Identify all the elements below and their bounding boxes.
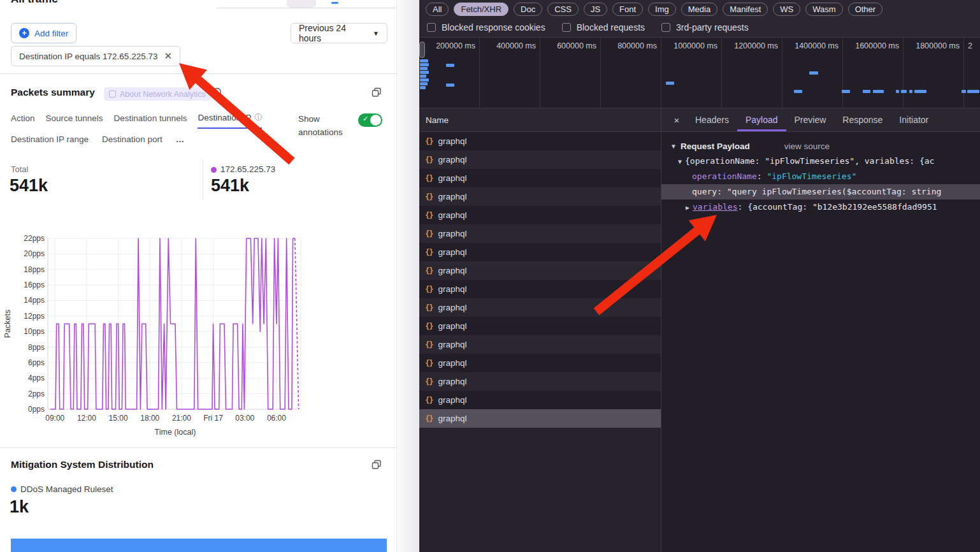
tab-destination-port[interactable]: Destination port [102,134,162,149]
request-timing-bar [420,71,429,74]
json-file-icon: {} [425,156,433,164]
request-row[interactable]: {}graphql [419,169,661,187]
request-timing-bar [863,90,870,93]
clipped-tab-indicator [331,2,338,4]
filter-pill-fetch-xhr[interactable]: Fetch/XHR [454,3,508,16]
devtools-panel: AllFetch/XHRDocCSSJSFontImgMediaManifest… [419,0,980,552]
request-filter-checkboxes: Blocked response cookiesBlocked requests… [419,18,980,37]
filter-pill-wasm[interactable]: Wasm [805,3,842,16]
svg-text:6pps: 6pps [28,358,45,367]
svg-text:Time (local): Time (local) [155,428,196,437]
checkbox-blocked-response-cookies[interactable]: Blocked response cookies [427,22,545,33]
detail-tab-initiator[interactable]: Initiator [891,108,937,131]
request-row[interactable]: {}graphql [419,150,661,169]
request-row[interactable]: {}graphql [419,317,661,335]
tab-label: Source tunnels [46,113,103,123]
payload-value: {accountTag: "b12e3b2192ee5588fdad9951 [747,202,937,212]
chevron-down-icon: ▼ [373,30,379,37]
about-network-analytics-badge[interactable]: About Network Analytics [104,87,211,101]
tab-destination-ip-range[interactable]: Destination IP range [11,134,89,149]
timeline-tick: 400000 ms [480,38,540,108]
collapse-icon[interactable]: ▼ [670,143,677,150]
checkbox-box[interactable] [427,23,436,32]
time-range-dropdown[interactable]: Previous 24 hours ▼ [291,23,387,43]
checkbox-box[interactable] [661,23,670,32]
request-row[interactable]: {}graphql [419,261,661,280]
mitigation-legend-dot [11,486,17,492]
payload-key: operationName [692,171,757,181]
svg-text:16pps: 16pps [24,280,45,289]
request-timing-bar [420,75,426,78]
expand-card-icon[interactable] [371,460,382,470]
json-file-icon: {} [425,266,433,275]
expand-card-icon[interactable] [371,87,382,98]
request-row[interactable]: {}graphql [419,298,661,317]
request-row[interactable]: {}graphql [419,409,661,428]
timeline-tick: 800000 ms [601,38,661,108]
divider [0,447,396,448]
payload-line[interactable]: ▶variables: {accountTag: "b12e3b2192ee55… [661,200,980,215]
collapse-icon[interactable]: ▼ [678,154,682,169]
expand-icon[interactable]: ▶ [686,200,689,215]
request-row[interactable]: {}graphql [419,132,661,150]
clock-icon [212,87,222,97]
request-timing-bar [901,90,907,93]
request-name: graphql [438,395,466,405]
close-panel-button[interactable]: × [667,108,687,131]
add-filter-button[interactable]: + Add filter [11,23,76,43]
timeline-tick: 1600000 ms [843,38,904,108]
filter-pill-manifest[interactable]: Manifest [723,3,768,16]
series-legend-dot [211,167,217,173]
timeline-drag-handle[interactable] [419,41,425,58]
request-row[interactable]: {}graphql [419,243,661,261]
request-row[interactable]: {}graphql [419,280,661,298]
request-row[interactable]: {}graphql [419,206,661,224]
view-source-link[interactable]: view source [784,142,830,151]
filter-pill-other[interactable]: Other [848,3,883,16]
svg-text:12:00: 12:00 [77,414,96,423]
tab-action[interactable]: Action [11,112,35,129]
detail-tab-preview[interactable]: Preview [786,108,835,131]
more-tabs-button[interactable]: … [176,134,185,149]
request-row[interactable]: {}graphql [419,372,661,391]
detail-tab-payload[interactable]: Payload [737,108,786,131]
detail-tab-response[interactable]: Response [834,108,891,131]
detail-tab-headers[interactable]: Headers [687,108,737,131]
tab-destination-tunnels[interactable]: Destination tunnels [114,112,187,129]
request-row[interactable]: {}graphql [419,391,661,409]
svg-text:21:00: 21:00 [172,414,191,423]
json-file-icon: {} [425,377,433,386]
show-annotations-toggle[interactable]: ✓ [358,113,382,127]
payload-line[interactable]: ▼{operationName: "ipFlowTimeseries", var… [661,154,980,169]
request-name: graphql [438,247,466,257]
remove-filter-icon[interactable]: ✕ [164,50,172,62]
request-row[interactable]: {}graphql [419,187,661,206]
checkbox-box[interactable] [562,23,571,32]
checkbox-3rd-party-requests[interactable]: 3rd-party requests [661,22,749,33]
request-row[interactable]: {}graphql [419,354,661,372]
payload-line[interactable]: operationName: "ipFlowTimeseries" [661,169,980,184]
payload-line[interactable]: query: "query ipFlowTimeseries($accountT… [661,184,980,200]
json-file-icon: {} [425,303,433,312]
tab-source-tunnels[interactable]: Source tunnels [46,112,103,129]
network-timeline-overview[interactable]: 200000 ms400000 ms600000 ms800000 ms1000… [419,37,980,108]
checkbox-blocked-requests[interactable]: Blocked requests [562,22,645,33]
request-detail-panel: ×HeadersPayloadPreviewResponseInitiator … [661,108,980,552]
filter-chip[interactable]: Destination IP equals 172.65.225.73 ✕ [11,46,180,66]
json-file-icon: {} [425,211,433,220]
request-list-header[interactable]: Name [419,108,661,132]
request-name: graphql [438,377,466,386]
request-row[interactable]: {}graphql [419,335,661,354]
filter-pill-media[interactable]: Media [681,3,717,16]
clipped-tab [287,0,316,8]
filter-pill-doc[interactable]: Doc [514,3,542,16]
request-timing-bar [794,90,802,93]
filter-pill-ws[interactable]: WS [773,3,800,16]
filter-pill-font[interactable]: Font [612,3,643,16]
filter-pill-img[interactable]: Img [648,3,676,16]
filter-pill-css[interactable]: CSS [547,3,579,16]
filter-pill-all[interactable]: All [426,3,449,16]
tab-destination-ip[interactable]: Destination IPⓘ [198,112,262,129]
filter-pill-js[interactable]: JS [584,3,607,16]
request-row[interactable]: {}graphql [419,224,661,243]
